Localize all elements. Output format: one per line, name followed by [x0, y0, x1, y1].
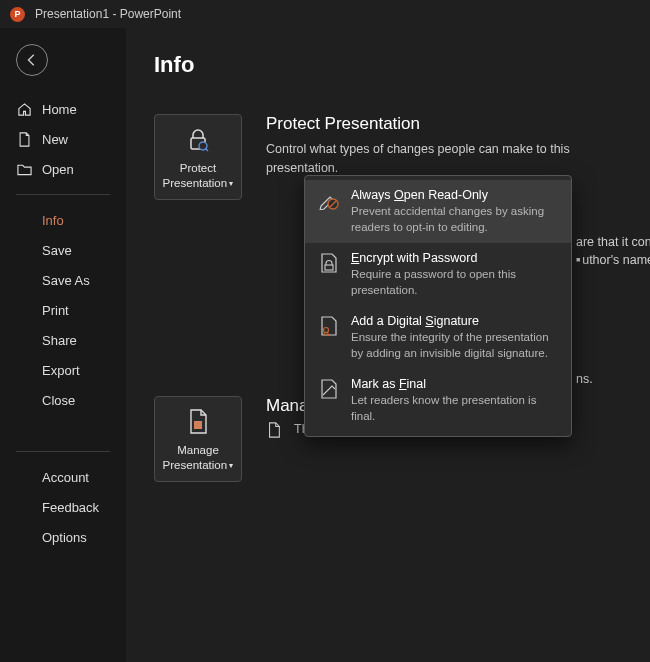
nav-print[interactable]: Print: [0, 295, 126, 325]
inspect-fragment: are that it contains:: [576, 235, 650, 249]
protect-heading: Protect Presentation: [266, 114, 622, 134]
menu-item[interactable]: Mark as FinalLet readers know the presen…: [305, 369, 571, 432]
ribbon-doc-icon: [319, 314, 339, 361]
menu-item[interactable]: Always Open Read-OnlyPrevent accidental …: [305, 180, 571, 243]
menu-item[interactable]: Encrypt with PasswordRequire a password …: [305, 243, 571, 306]
nav-label: Feedback: [42, 500, 99, 515]
nav-export[interactable]: Export: [0, 355, 126, 385]
doc-icon: [16, 131, 32, 147]
menu-item-desc: Let readers know the presentation is fin…: [351, 393, 557, 424]
nav-home[interactable]: Home: [0, 94, 126, 124]
nav-label: Print: [42, 303, 69, 318]
powerpoint-app-icon: P: [10, 7, 25, 22]
nav-label: Options: [42, 530, 87, 545]
titlebar: P Presentation1 - PowerPoint: [0, 0, 650, 28]
manage-button-label: Manage Presentation: [161, 443, 235, 473]
nav-feedback[interactable]: Feedback: [0, 492, 126, 522]
menu-item-title: Encrypt with Password: [351, 251, 557, 265]
document-icon: [266, 422, 282, 438]
nav-divider: [16, 451, 110, 452]
document-icon: [187, 407, 209, 437]
menu-item-title: Mark as Final: [351, 377, 557, 391]
nav-label: Share: [42, 333, 77, 348]
menu-item-title: Always Open Read-Only: [351, 188, 557, 202]
nav-label: New: [42, 132, 68, 147]
menu-item-desc: Require a password to open this presenta…: [351, 267, 557, 298]
nav-label: Save: [42, 243, 72, 258]
menu-item-desc: Ensure the integrity of the presentation…: [351, 330, 557, 361]
info-content: Info Protect Presentation Protect Presen…: [126, 28, 650, 662]
nav-new[interactable]: New: [0, 124, 126, 154]
nav-divider: [16, 194, 110, 195]
nav-save-as[interactable]: Save As: [0, 265, 126, 295]
nav-label: Info: [42, 213, 64, 228]
folder-icon: [16, 161, 32, 177]
menu-item[interactable]: Add a Digital SignatureEnsure the integr…: [305, 306, 571, 369]
nav-label: Close: [42, 393, 75, 408]
lock-doc-icon: [319, 251, 339, 298]
menu-item-desc: Prevent accidental changes by asking rea…: [351, 204, 557, 235]
nav-open[interactable]: Open: [0, 154, 126, 184]
nav-options[interactable]: Options: [0, 522, 126, 552]
home-icon: [16, 101, 32, 117]
nav-label: Open: [42, 162, 74, 177]
nav-share[interactable]: Share: [0, 325, 126, 355]
nav-close[interactable]: Close: [0, 385, 126, 415]
protect-desc: Control what types of changes people can…: [266, 140, 622, 178]
nav-label: Export: [42, 363, 80, 378]
svg-point-7: [324, 328, 329, 333]
inspect-fragment: ns.: [576, 372, 593, 386]
nav-label: Home: [42, 102, 77, 117]
protect-presentation-menu: Always Open Read-OnlyPrevent accidental …: [304, 175, 572, 437]
window-title: Presentation1 - PowerPoint: [35, 7, 181, 21]
inspect-fragment: uthor's name: [576, 253, 650, 267]
svg-rect-6: [325, 265, 333, 270]
protect-presentation-button[interactable]: Protect Presentation: [154, 114, 242, 200]
backstage-sidebar: HomeNewOpen InfoSaveSave AsPrintShareExp…: [0, 28, 126, 662]
protect-button-label: Protect Presentation: [161, 161, 235, 191]
menu-item-title: Add a Digital Signature: [351, 314, 557, 328]
nav-label: Account: [42, 470, 89, 485]
svg-rect-3: [194, 421, 202, 429]
lock-icon: [186, 125, 210, 155]
final-doc-icon: [319, 377, 339, 424]
back-button[interactable]: [16, 44, 48, 76]
pen-prohibit-icon: [319, 188, 339, 235]
nav-save[interactable]: Save: [0, 235, 126, 265]
nav-label: Save As: [42, 273, 90, 288]
nav-info[interactable]: Info: [0, 205, 126, 235]
page-title: Info: [154, 52, 622, 78]
back-arrow-icon: [25, 53, 39, 67]
nav-account[interactable]: Account: [0, 462, 126, 492]
manage-presentation-button[interactable]: Manage Presentation: [154, 396, 242, 482]
